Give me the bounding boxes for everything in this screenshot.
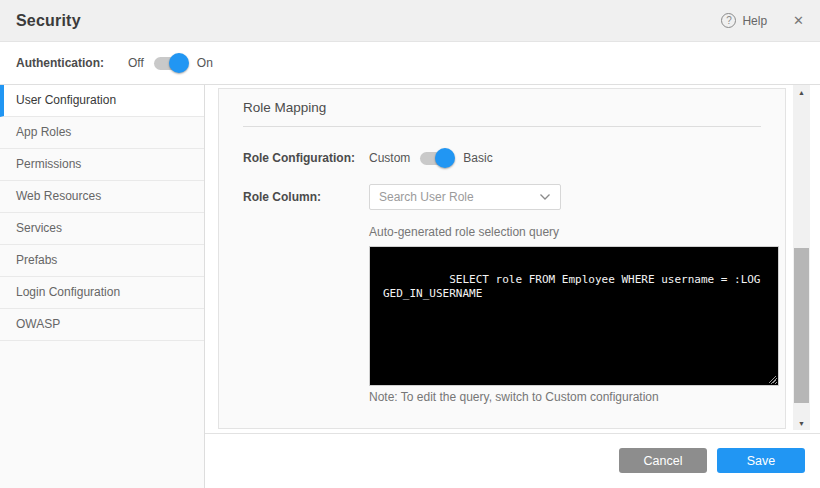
sidebar-item-permissions[interactable]: Permissions bbox=[0, 149, 204, 181]
query-textarea[interactable]: SELECT role FROM Employee WHERE username… bbox=[369, 246, 779, 386]
sidebar-item-label: User Configuration bbox=[16, 93, 116, 107]
role-mapping-card: Role Mapping Role Configuration: Custom … bbox=[218, 88, 786, 429]
sidebar-item-app-roles[interactable]: App Roles bbox=[0, 117, 204, 149]
sidebar-item-label: Web Resources bbox=[16, 189, 101, 203]
role-column-label: Role Column: bbox=[243, 190, 369, 204]
toggle-knob-icon bbox=[435, 148, 455, 168]
sidebar-item-owasp[interactable]: OWASP bbox=[0, 309, 204, 341]
page-title: Security bbox=[16, 12, 81, 30]
role-column-row: Role Column: Search User Role bbox=[243, 184, 761, 210]
divider bbox=[243, 126, 761, 127]
role-column-select[interactable]: Search User Role bbox=[369, 184, 561, 210]
resize-grip-icon[interactable] bbox=[768, 375, 777, 384]
sidebar-item-label: Permissions bbox=[16, 157, 81, 171]
select-placeholder: Search User Role bbox=[379, 190, 474, 204]
main-panel: Role Mapping Role Configuration: Custom … bbox=[205, 85, 820, 488]
sidebar-item-web-resources[interactable]: Web Resources bbox=[0, 181, 204, 213]
scrollbar[interactable]: ▲ ▼ bbox=[793, 85, 810, 430]
sidebar-item-label: Login Configuration bbox=[16, 285, 120, 299]
sidebar-item-user-configuration[interactable]: User Configuration bbox=[0, 85, 204, 117]
custom-label: Custom bbox=[369, 151, 410, 165]
sidebar-item-label: Prefabs bbox=[16, 253, 57, 267]
sidebar-item-label: Services bbox=[16, 221, 62, 235]
query-caption: Auto-generated role selection query bbox=[369, 225, 761, 239]
role-mapping-title: Role Mapping bbox=[243, 100, 761, 116]
role-configuration-toggle[interactable] bbox=[420, 152, 453, 165]
chevron-down-icon bbox=[539, 193, 551, 201]
dialog-header: Security ? Help ✕ bbox=[0, 0, 820, 42]
query-code: SELECT role FROM Employee WHERE username… bbox=[383, 273, 761, 300]
scroll-up-icon[interactable]: ▲ bbox=[793, 85, 810, 99]
help-button[interactable]: ? Help bbox=[721, 13, 767, 28]
help-icon: ? bbox=[721, 13, 736, 28]
header-actions: ? Help ✕ bbox=[721, 13, 804, 28]
authentication-off-label: Off bbox=[128, 56, 144, 70]
scroll-thumb[interactable] bbox=[794, 248, 809, 403]
authentication-bar: Authentication: Off On bbox=[0, 42, 820, 85]
authentication-toggle[interactable] bbox=[154, 57, 187, 70]
query-block: Auto-generated role selection query SELE… bbox=[369, 225, 761, 404]
dialog-footer: Cancel Save bbox=[205, 433, 820, 488]
role-configuration-label: Role Configuration: bbox=[243, 151, 369, 165]
close-icon[interactable]: ✕ bbox=[793, 14, 804, 27]
authentication-on-label: On bbox=[197, 56, 213, 70]
authentication-label: Authentication: bbox=[16, 56, 104, 70]
scroll-down-icon[interactable]: ▼ bbox=[793, 416, 810, 430]
cancel-button[interactable]: Cancel bbox=[619, 448, 707, 473]
sidebar-item-prefabs[interactable]: Prefabs bbox=[0, 245, 204, 277]
save-button[interactable]: Save bbox=[717, 448, 805, 473]
query-note: Note: To edit the query, switch to Custo… bbox=[369, 391, 761, 404]
basic-label: Basic bbox=[463, 151, 492, 165]
sidebar-item-login-configuration[interactable]: Login Configuration bbox=[0, 277, 204, 309]
sidebar-item-label: App Roles bbox=[16, 125, 71, 139]
role-configuration-row: Role Configuration: Custom Basic bbox=[243, 146, 761, 170]
sidebar-item-services[interactable]: Services bbox=[0, 213, 204, 245]
sidebar: User Configuration App Roles Permissions… bbox=[0, 85, 205, 488]
help-label: Help bbox=[742, 14, 767, 28]
sidebar-item-label: OWASP bbox=[16, 317, 60, 331]
toggle-knob-icon bbox=[169, 53, 189, 73]
security-dialog: Security ? Help ✕ Authentication: Off On… bbox=[0, 0, 820, 488]
